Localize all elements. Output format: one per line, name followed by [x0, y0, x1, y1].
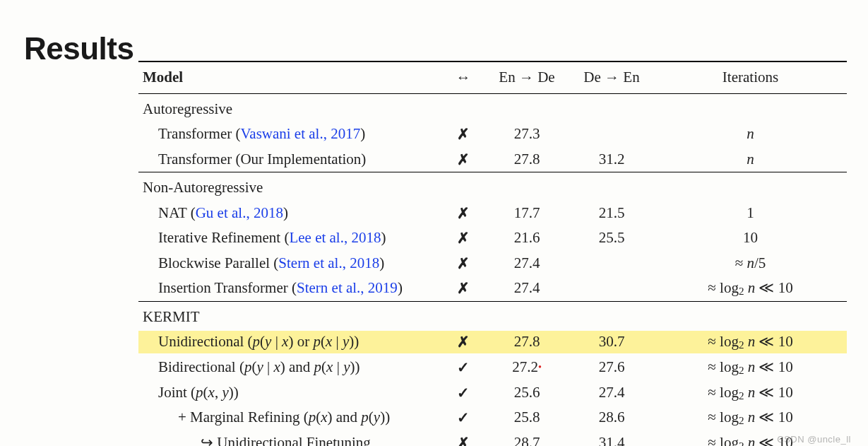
text: Iterative Refinement ( [158, 229, 289, 246]
model-cell: Joint (p(x, y)) [138, 382, 442, 404]
table-row: Iterative Refinement (Lee et al., 2018) … [138, 225, 847, 251]
ende-cell: 27.3 [484, 123, 569, 146]
bidir-cell: ✓ [442, 406, 484, 429]
table-row: ↪ Unidirectional Finetuning ✗ 28.7 31.4 … [138, 430, 847, 446]
bidir-cell: ✓ [442, 382, 484, 404]
header-ende: En → De [484, 66, 569, 89]
text: Transformer ( [158, 125, 240, 142]
iter-cell: n [654, 148, 847, 171]
ende-cell: 27.2• [484, 356, 569, 379]
bidir-cell: ✗ [442, 331, 484, 353]
citation-link[interactable]: Stern et al., 2018 [278, 254, 379, 271]
model-cell: ↪ Unidirectional Finetuning [138, 432, 442, 446]
text: ) [379, 254, 384, 271]
table-row: Transformer (Our Implementation) ✗ 27.8 … [138, 147, 847, 172]
text: ) [360, 125, 365, 142]
iter-cell: ≈ log2 n ≪ 10 [654, 331, 847, 353]
table-row: Joint (p(x, y)) ✓ 25.6 27.4 ≈ log2 n ≪ 1… [138, 380, 847, 406]
deen-cell: 30.7 [569, 331, 654, 353]
ende-cell: 21.6 [484, 227, 569, 250]
table-row: Transformer (Vaswani et al., 2017) ✗ 27.… [138, 122, 847, 147]
model-cell: Bidirectional (p(y | x) and p(x | y)) [138, 356, 442, 379]
model-cell: Transformer (Vaswani et al., 2017) [138, 123, 442, 146]
text: Blockwise Parallel ( [158, 254, 278, 271]
deen-cell: 27.4 [569, 382, 654, 404]
iter-cell: 10 [654, 227, 847, 250]
iter-cell: ≈ n/5 [654, 252, 847, 275]
table-row: NAT (Gu et al., 2018) ✗ 17.7 21.5 1 [138, 201, 847, 226]
watermark: CSDN @uncle_ll [777, 434, 851, 445]
bidir-cell: ✗ [442, 202, 484, 225]
deen-cell: 31.2 [569, 148, 654, 171]
text: ) [381, 229, 386, 246]
bidir-cell: ✗ [442, 123, 484, 146]
marker-icon: • [538, 362, 542, 372]
citation-link[interactable]: Vaswani et al., 2017 [240, 125, 360, 142]
model-cell: Transformer (Our Implementation) [138, 148, 442, 171]
header-iterations: Iterations [654, 66, 847, 89]
deen-cell: 25.5 [569, 227, 654, 250]
iter-cell: n [654, 123, 847, 146]
bidir-cell: ✗ [442, 432, 484, 446]
iter-cell: ≈ log2 n ≪ 10 [654, 406, 847, 429]
text: NAT ( [158, 204, 196, 221]
table-row: + Marginal Refining (p(x) and p(y)) ✓ 25… [138, 405, 847, 430]
header-bidir: ↔ [442, 66, 484, 89]
section-nonautoregressive: Non-Autoregressive [138, 172, 847, 201]
deen-cell: 21.5 [569, 202, 654, 225]
ende-cell: 27.4 [484, 252, 569, 275]
iter-cell: ≈ log2 n ≪ 10 [654, 382, 847, 404]
table-row: Insertion Transformer (Stern et al., 201… [138, 276, 847, 301]
iter-cell: ≈ log2 n ≪ 10 [654, 356, 847, 379]
ende-cell: 28.7 [484, 432, 569, 446]
table-header-row: Model ↔ En → De De → En Iterations [138, 61, 847, 94]
text: Insertion Transformer ( [158, 279, 297, 296]
section-label: Non-Autoregressive [138, 177, 442, 199]
citation-link[interactable]: Gu et al., 2018 [196, 204, 283, 221]
table-row: Blockwise Parallel (Stern et al., 2018) … [138, 251, 847, 276]
citation-link[interactable]: Lee et al., 2018 [289, 229, 381, 246]
bidir-cell: ✗ [442, 227, 484, 250]
model-cell: Unidirectional (p(y | x) or p(x | y)) [138, 331, 442, 353]
iter-cell: ≈ log2 n ≪ 10 [654, 277, 847, 300]
page-title: Results [24, 31, 133, 66]
section-label: KERMIT [138, 306, 442, 329]
model-cell: + Marginal Refining (p(x) and p(y)) [138, 406, 442, 429]
bidir-cell: ✗ [442, 277, 484, 300]
header-model: Model [138, 66, 442, 89]
text: ) [398, 279, 403, 296]
results-table: Model ↔ En → De De → En Iterations Autor… [138, 61, 847, 446]
bidir-cell: ✗ [442, 148, 484, 171]
section-kermit: KERMIT [138, 301, 847, 330]
ende-cell: 25.6 [484, 382, 569, 404]
table-row: Bidirectional (p(y | x) and p(x | y)) ✓ … [138, 355, 847, 380]
model-cell: Iterative Refinement (Lee et al., 2018) [138, 227, 442, 250]
text: ) [283, 204, 288, 221]
deen-cell: 27.6 [569, 356, 654, 379]
model-cell: Blockwise Parallel (Stern et al., 2018) [138, 252, 442, 275]
deen-cell: 31.4 [569, 432, 654, 446]
header-deen: De → En [569, 66, 654, 89]
deen-cell: 28.6 [569, 406, 654, 429]
citation-link[interactable]: Stern et al., 2019 [297, 279, 398, 296]
ende-cell: 25.8 [484, 406, 569, 429]
ende-cell: 27.8 [484, 331, 569, 353]
table-row-highlighted: Unidirectional (p(y | x) or p(x | y)) ✗ … [138, 329, 847, 355]
model-cell: Insertion Transformer (Stern et al., 201… [138, 277, 442, 300]
ende-cell: 17.7 [484, 202, 569, 225]
ende-cell: 27.4 [484, 277, 569, 300]
section-autoregressive: Autoregressive [138, 94, 847, 122]
section-label: Autoregressive [138, 98, 442, 121]
bidir-cell: ✗ [442, 252, 484, 275]
model-cell: NAT (Gu et al., 2018) [138, 202, 442, 225]
ende-cell: 27.8 [484, 148, 569, 171]
iter-cell: 1 [654, 202, 847, 225]
bidir-cell: ✓ [442, 356, 484, 379]
